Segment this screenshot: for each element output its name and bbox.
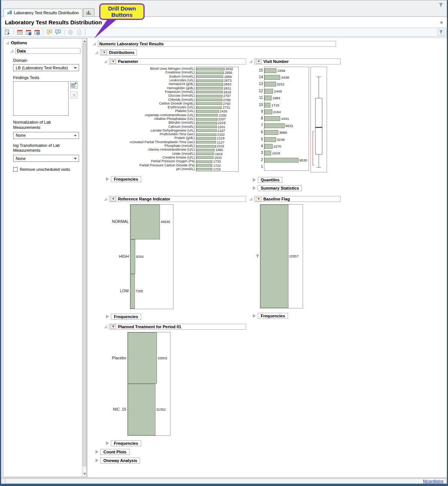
tab-lab-results-distribution[interactable]: Laboratory Test Results Distribution bbox=[3, 9, 82, 17]
plot-frame[interactable]: 3300331352 bbox=[127, 332, 170, 436]
histogram-bar[interactable] bbox=[264, 68, 276, 73]
log-transformation-select[interactable]: None bbox=[13, 155, 79, 162]
disclosure-open-icon[interactable] bbox=[104, 197, 107, 201]
visit-number-boxplot[interactable] bbox=[311, 67, 327, 172]
summary-statistics-node[interactable]: Summary Statistics bbox=[253, 185, 447, 191]
frequencies-node-planned[interactable]: Frequencies bbox=[106, 440, 248, 446]
plot-frame[interactable]: 4884682047305 bbox=[130, 204, 173, 309]
tab-chart-report[interactable] bbox=[83, 8, 94, 16]
disclosure-open-icon[interactable] bbox=[95, 51, 98, 54]
disclosure-closed-icon[interactable] bbox=[253, 314, 256, 318]
distributions-header[interactable]: Distributions bbox=[95, 49, 447, 55]
disclosure-closed-icon[interactable] bbox=[106, 441, 109, 445]
plot-frame[interactable]: 3032295628892873285328312818279727852760… bbox=[196, 67, 239, 172]
disclosure-closed-icon[interactable] bbox=[106, 177, 109, 181]
quantiles-node[interactable]: Quantiles bbox=[253, 177, 447, 183]
disclosure-open-icon[interactable] bbox=[104, 60, 107, 63]
disclosure-closed-icon[interactable] bbox=[253, 186, 256, 190]
histogram-bar[interactable] bbox=[196, 95, 223, 97]
histogram-bar[interactable] bbox=[264, 151, 271, 156]
histogram-bar[interactable] bbox=[130, 205, 160, 239]
red-triangle-menu[interactable] bbox=[102, 51, 107, 55]
histogram-bar[interactable] bbox=[196, 106, 222, 109]
parameter-histogram[interactable]: Blood Urea Nitrogen (mmol/L)Creatinine (… bbox=[103, 67, 248, 172]
histogram-bar[interactable] bbox=[196, 87, 223, 90]
histogram-bar[interactable] bbox=[196, 137, 216, 140]
histogram-bar[interactable] bbox=[130, 239, 135, 274]
disclosure-open-icon[interactable] bbox=[104, 325, 107, 328]
histogram-bar[interactable] bbox=[264, 137, 276, 142]
histogram-bar[interactable] bbox=[196, 91, 223, 93]
histogram-bar[interactable] bbox=[264, 158, 299, 163]
scrollbar-thumb[interactable] bbox=[83, 43, 86, 466]
frequencies-node-parameter[interactable]: Frequencies bbox=[106, 176, 248, 182]
histogram-bar[interactable] bbox=[196, 126, 217, 128]
remove-unscheduled-checkbox[interactable]: Remove unscheduled visits bbox=[10, 167, 81, 172]
numeric-results-header[interactable]: Numeric Laboratory Test Results bbox=[93, 41, 447, 47]
plot-frame[interactable]: 22557 bbox=[260, 204, 303, 308]
planned-treatment-histogram[interactable]: PlaceboNIC .15 3300331352 bbox=[106, 332, 248, 436]
histogram-bar[interactable] bbox=[196, 164, 212, 167]
red-triangle-menu[interactable] bbox=[256, 197, 261, 201]
findings-tests-listbox[interactable] bbox=[13, 81, 69, 116]
red-triangle-menu[interactable] bbox=[111, 324, 116, 329]
histogram-bar[interactable] bbox=[196, 114, 218, 117]
red-triangle-menu[interactable] bbox=[111, 60, 116, 64]
parameter-header[interactable]: Parameter bbox=[104, 58, 248, 64]
remove-tests-button[interactable] bbox=[70, 91, 78, 99]
save-data-table-icon[interactable] bbox=[25, 28, 32, 36]
plot-frame[interactable]: 3399443832012449198417152164444156313889… bbox=[264, 67, 309, 171]
disclosure-closed-icon[interactable] bbox=[253, 178, 256, 182]
histogram-bar[interactable] bbox=[196, 141, 216, 144]
normalization-select[interactable]: None bbox=[13, 132, 79, 139]
histogram-bar[interactable] bbox=[196, 145, 216, 148]
histogram-bar[interactable] bbox=[196, 153, 214, 155]
histogram-bar[interactable] bbox=[264, 144, 273, 149]
baseline-flag-header[interactable]: Baseline Flag bbox=[249, 196, 447, 202]
histogram-bar[interactable] bbox=[196, 118, 218, 121]
visit-number-header[interactable]: Visit Number bbox=[249, 58, 447, 64]
planned-treatment-header[interactable]: Planned Treatment for Period 01 bbox=[104, 324, 248, 330]
oneway-analysis-node[interactable]: Oneway Analysis bbox=[96, 458, 447, 464]
data-section-header[interactable]: Data bbox=[10, 48, 81, 54]
histogram-bar[interactable] bbox=[196, 160, 212, 163]
histogram-bar[interactable] bbox=[196, 102, 222, 105]
disclosure-closed-icon[interactable] bbox=[106, 315, 109, 319]
histogram-bar[interactable] bbox=[130, 274, 135, 309]
histogram-bar[interactable] bbox=[196, 129, 217, 132]
histogram-bar[interactable] bbox=[264, 82, 276, 87]
frequencies-node-refrange[interactable]: Frequencies bbox=[106, 314, 248, 320]
reference-range-header[interactable]: Reference Range Indicator bbox=[104, 196, 248, 202]
help-tip-icon[interactable]: ? bbox=[46, 28, 53, 36]
domain-select[interactable]: LB (Laboratory Test Results) bbox=[13, 64, 79, 71]
histogram-bar[interactable] bbox=[264, 103, 270, 108]
baseline-flag-histogram[interactable]: Y 22557 bbox=[249, 204, 447, 308]
histogram-bar[interactable] bbox=[128, 384, 155, 435]
histogram-bar[interactable] bbox=[196, 110, 219, 113]
data-table-icon[interactable] bbox=[16, 28, 24, 36]
histogram-bar[interactable] bbox=[264, 109, 272, 114]
histogram-bar[interactable] bbox=[196, 83, 223, 86]
disclosure-closed-icon[interactable] bbox=[96, 450, 99, 454]
histogram-bar[interactable] bbox=[264, 96, 272, 100]
annotation-bubble-icon[interactable]: ? bbox=[54, 28, 62, 36]
histogram-bar[interactable] bbox=[196, 122, 217, 124]
histogram-bar[interactable] bbox=[196, 99, 223, 101]
histogram-bar[interactable] bbox=[196, 168, 212, 170]
disclosure-open-icon[interactable] bbox=[6, 41, 9, 45]
histogram-bar[interactable] bbox=[196, 75, 223, 78]
help-button[interactable]: ? bbox=[438, 29, 444, 36]
histogram-bar[interactable] bbox=[260, 205, 288, 308]
histogram-bar[interactable] bbox=[196, 79, 223, 82]
histogram-bar[interactable] bbox=[264, 75, 280, 80]
histogram-bar[interactable] bbox=[196, 149, 215, 151]
checkbox-box[interactable] bbox=[13, 167, 18, 172]
visit-number-histogram[interactable]: 151413121110987654321 339944383201244919… bbox=[254, 67, 309, 171]
frequencies-node-baseline[interactable]: Frequencies bbox=[253, 313, 447, 319]
count-plots-node[interactable]: Count Plots bbox=[96, 449, 447, 455]
close-icon[interactable]: × bbox=[440, 19, 443, 25]
sidebar-scrollbar[interactable] bbox=[82, 39, 87, 477]
histogram-bar[interactable] bbox=[196, 156, 214, 159]
disclosure-open-icon[interactable] bbox=[10, 49, 13, 53]
add-tests-button[interactable] bbox=[70, 81, 78, 88]
